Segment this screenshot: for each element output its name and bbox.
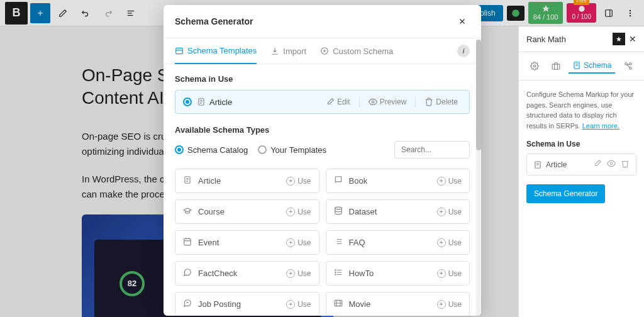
- filter-your-templates[interactable]: Your Templates: [258, 145, 326, 155]
- schema-search-input[interactable]: [394, 141, 470, 158]
- schema-generator-modal: Schema Generator Schema Templates Import…: [164, 5, 481, 316]
- svg-point-23: [372, 101, 374, 103]
- schema-card-label: FAQ: [349, 238, 432, 247]
- use-button[interactable]: +Use: [437, 177, 462, 186]
- modal-close-button[interactable]: [455, 14, 470, 29]
- use-button[interactable]: +Use: [437, 300, 462, 309]
- schema-card-label: Dataset: [349, 207, 432, 216]
- schema-card-label: Job Posting: [198, 299, 281, 309]
- modal-scrollbar[interactable]: [476, 40, 481, 316]
- sidebar-section-label: Schema in Use: [526, 140, 636, 148]
- sidebar-tab-general[interactable]: [526, 59, 543, 73]
- sidebar-edit-icon[interactable]: [593, 159, 602, 170]
- schema-card-event[interactable]: Event +Use: [175, 230, 319, 255]
- schema-card-article[interactable]: Article +Use: [175, 169, 319, 193]
- use-button[interactable]: +Use: [437, 269, 462, 278]
- sidebar-description: Configure Schema Markup for your pages. …: [526, 89, 636, 131]
- schema-card-label: Event: [198, 238, 281, 247]
- sidebar-schema-item: Article: [526, 153, 636, 175]
- use-button[interactable]: +Use: [286, 177, 311, 186]
- filter-catalog[interactable]: Schema Catalog: [175, 145, 248, 155]
- edit-action[interactable]: Edit: [322, 97, 354, 106]
- schema-icon: [334, 206, 344, 217]
- sidebar-close[interactable]: ✕: [629, 34, 636, 44]
- schema-card-label: Course: [198, 207, 281, 216]
- use-button[interactable]: +Use: [286, 208, 311, 216]
- schema-icon: [183, 206, 193, 217]
- modal-title: Schema Generator: [175, 16, 253, 26]
- svg-rect-54: [552, 64, 560, 69]
- schema-card-howto[interactable]: HowTo +Use: [326, 261, 470, 286]
- radio-selected[interactable]: [183, 97, 192, 106]
- svg-point-28: [335, 207, 341, 209]
- schema-in-use-item: Article Edit Preview Delete: [175, 90, 470, 114]
- svg-point-66: [610, 162, 613, 165]
- schema-card-label: Movie: [349, 299, 432, 309]
- sidebar-title: Rank Math: [526, 35, 566, 44]
- use-button[interactable]: +Use: [437, 208, 462, 216]
- schema-card-label: FactCheck: [198, 269, 281, 278]
- delete-action[interactable]: Delete: [421, 97, 462, 106]
- schema-icon: [334, 268, 344, 279]
- schema-icon: [334, 299, 344, 309]
- sidebar-tab-social[interactable]: [620, 59, 636, 73]
- use-button[interactable]: +Use: [437, 238, 462, 247]
- svg-point-53: [533, 65, 536, 67]
- section-available-schemas: Available Schema Types: [175, 125, 470, 135]
- schema-icon: [183, 175, 193, 186]
- schema-card-movie[interactable]: Movie +Use: [326, 292, 470, 316]
- rank-math-sidebar: Rank Math ★ ✕ Schema Configure Schema Ma…: [518, 26, 644, 317]
- sidebar-tab-schema[interactable]: Schema: [569, 58, 615, 74]
- tab-custom-schema[interactable]: Custom Schema: [320, 39, 393, 64]
- schema-card-label: HowTo: [349, 269, 432, 278]
- tab-import[interactable]: Import: [270, 39, 306, 64]
- learn-more-link[interactable]: Learn more.: [582, 122, 619, 130]
- schema-card-faq[interactable]: FAQ +Use: [326, 230, 470, 255]
- svg-rect-14: [176, 48, 183, 53]
- svg-point-42: [335, 270, 335, 270]
- tab-schema-templates[interactable]: Schema Templates: [175, 38, 257, 64]
- schema-icon: [183, 268, 193, 279]
- schema-generator-button[interactable]: Schema Generator: [526, 184, 605, 203]
- sidebar-delete-icon[interactable]: [621, 159, 630, 170]
- schema-icon: [183, 237, 193, 248]
- svg-point-61: [630, 63, 632, 65]
- svg-point-44: [335, 274, 335, 275]
- use-button[interactable]: +Use: [286, 269, 311, 278]
- star-icon[interactable]: ★: [613, 33, 625, 45]
- schema-card-job-posting[interactable]: Job Posting +Use: [175, 292, 319, 316]
- use-button[interactable]: +Use: [286, 300, 311, 309]
- info-icon[interactable]: i: [457, 45, 470, 57]
- schema-card-dataset[interactable]: Dataset +Use: [326, 199, 470, 224]
- schema-icon: [334, 237, 344, 248]
- use-button[interactable]: +Use: [286, 238, 311, 247]
- sidebar-tab-advanced[interactable]: [548, 59, 564, 73]
- schema-card-course[interactable]: Course +Use: [175, 199, 319, 224]
- schema-name: Article: [197, 97, 317, 107]
- svg-point-43: [335, 272, 335, 272]
- schema-icon: [183, 299, 193, 309]
- schema-card-factcheck[interactable]: FactCheck +Use: [175, 261, 319, 286]
- schema-card-label: Book: [349, 176, 432, 186]
- section-schema-in-use: Schema in Use: [175, 74, 470, 84]
- schema-icon: [334, 175, 344, 186]
- svg-rect-29: [184, 238, 191, 245]
- schema-card-label: Article: [198, 176, 281, 186]
- schema-card-book[interactable]: Book +Use: [326, 169, 470, 193]
- preview-action[interactable]: Preview: [365, 97, 411, 106]
- sidebar-preview-icon[interactable]: [607, 159, 616, 170]
